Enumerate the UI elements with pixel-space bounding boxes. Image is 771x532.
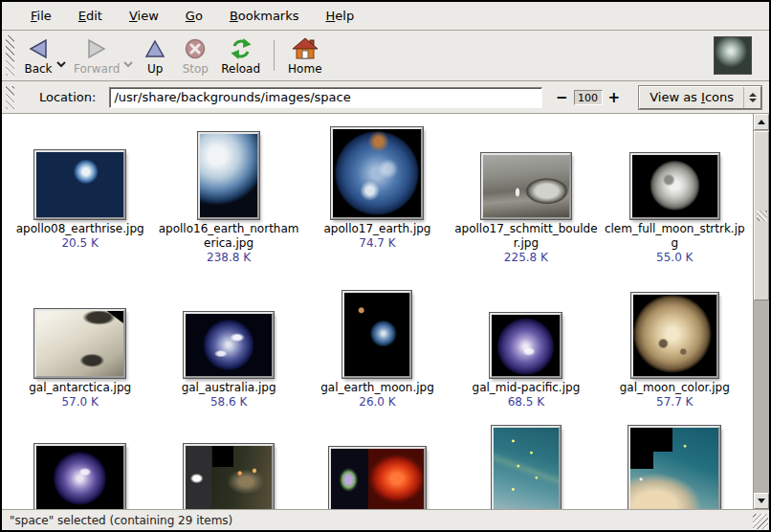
file-name: clem_full_moon_strtrk.jpg xyxy=(603,222,746,251)
file-item-apollo17-earth[interactable]: apollo17_earth.jpg 74.7 K xyxy=(303,122,452,265)
file-size: 57.7 K xyxy=(656,395,693,410)
scroll-down-button[interactable] xyxy=(754,493,769,509)
file-item[interactable] xyxy=(154,415,302,509)
file-thumbnail[interactable] xyxy=(630,153,719,219)
file-size: 58.6 K xyxy=(210,395,247,410)
menu-help[interactable]: Help xyxy=(315,5,366,27)
file-name: apollo16_earth_northamerica.jpg xyxy=(157,222,300,251)
scroll-down-icon xyxy=(758,499,765,503)
back-icon xyxy=(27,36,50,61)
file-item-gal-australia[interactable]: gal_australia.jpg 58.6 K xyxy=(154,280,302,410)
resize-grip[interactable] xyxy=(753,514,768,529)
file-thumbnail[interactable] xyxy=(492,426,561,509)
throbber-globe-icon xyxy=(714,36,752,75)
toolbar: Back Forward Up xyxy=(2,31,769,81)
file-thumbnail[interactable] xyxy=(184,444,274,509)
file-name: gal_earth_moon.jpg xyxy=(320,381,434,395)
zoom-controls: − 100 + xyxy=(554,89,622,106)
file-row: apollo08_earthrise.jpg 20.5 K apollo16_e… xyxy=(6,122,749,265)
file-thumbnail[interactable] xyxy=(34,309,125,378)
toolbar-drag-handle[interactable] xyxy=(6,35,14,76)
view-as-arrow-icon xyxy=(743,87,760,108)
toolbar-separator xyxy=(274,40,275,71)
menu-bar: File Edit View Go Bookmarks Help xyxy=(2,2,769,31)
status-bar: "space" selected (containing 29 items) xyxy=(2,510,769,530)
file-item-gal-antarctica[interactable]: gal_antarctica.jpg 57.0 K xyxy=(6,280,154,410)
menu-bookmarks[interactable]: Bookmarks xyxy=(218,5,311,27)
up-icon xyxy=(143,36,166,61)
vertical-scrollbar[interactable] xyxy=(753,114,769,509)
forward-icon xyxy=(85,36,108,61)
file-item[interactable] xyxy=(303,415,452,509)
file-item-gal-earth-moon[interactable]: gal_earth_moon.jpg 26.0 K xyxy=(303,280,452,410)
view-as-dropdown[interactable]: View as Icons xyxy=(639,86,761,109)
reload-button[interactable]: Reload xyxy=(215,34,266,78)
file-row: gal_antarctica.jpg 57.0 K gal_australia.… xyxy=(6,280,749,410)
zoom-level: 100 xyxy=(574,90,603,105)
file-name: apollo17_earth.jpg xyxy=(324,222,431,236)
file-size: 20.5 K xyxy=(61,236,98,251)
icon-view[interactable]: apollo08_earthrise.jpg 20.5 K apollo16_e… xyxy=(2,114,753,509)
file-size: 74.7 K xyxy=(359,236,395,251)
file-thumbnail[interactable] xyxy=(481,153,571,219)
file-thumbnail[interactable] xyxy=(34,150,125,219)
home-icon xyxy=(292,36,319,61)
file-item-clem-full-moon[interactable]: clem_full_moon_strtrk.jpg 55.0 K xyxy=(601,122,749,265)
scrollbar-thumb[interactable] xyxy=(754,131,769,300)
file-name: gal_australia.jpg xyxy=(182,381,276,395)
file-name: gal_moon_color.jpg xyxy=(620,381,730,395)
file-size: 225.8 K xyxy=(504,251,548,265)
forward-history-dropdown xyxy=(123,56,133,71)
file-thumbnail[interactable] xyxy=(490,313,562,378)
file-item[interactable] xyxy=(601,415,749,509)
stop-button: Stop xyxy=(175,34,215,78)
scroll-up-icon xyxy=(758,120,765,124)
file-size: 68.5 K xyxy=(508,395,544,410)
file-row xyxy=(6,415,749,509)
file-size: 57.0 K xyxy=(61,395,98,410)
file-thumbnail[interactable] xyxy=(329,447,426,509)
file-item-gal-moon-color[interactable]: gal_moon_color.jpg 57.7 K xyxy=(601,280,749,410)
home-button[interactable]: Home xyxy=(282,34,327,78)
scrollbar-grip-icon xyxy=(757,211,767,221)
scrollbar-trough[interactable] xyxy=(754,301,769,493)
file-size: 55.0 K xyxy=(656,251,693,265)
file-thumbnail[interactable] xyxy=(628,426,720,509)
up-button[interactable]: Up xyxy=(135,34,175,78)
location-input[interactable] xyxy=(109,87,542,108)
back-history-dropdown[interactable] xyxy=(56,56,66,71)
file-manager-window: File Edit View Go Bookmarks Help Back Fo… xyxy=(0,0,771,532)
menu-view[interactable]: View xyxy=(118,5,170,27)
forward-button: Forward xyxy=(68,34,125,78)
location-bar: Location: − 100 + View as Icons xyxy=(2,81,769,114)
menu-go[interactable]: Go xyxy=(174,5,214,27)
file-name: apollo08_earthrise.jpg xyxy=(16,222,144,236)
file-thumbnail[interactable] xyxy=(198,132,259,219)
zoom-in-button[interactable]: + xyxy=(606,89,623,106)
file-item-gal-mid-pacific[interactable]: gal_mid-pacific.jpg 68.5 K xyxy=(452,280,600,410)
file-item-apollo08-earthrise[interactable]: apollo08_earthrise.jpg 20.5 K xyxy=(6,122,154,265)
file-size: 26.0 K xyxy=(359,395,395,410)
file-thumbnail[interactable] xyxy=(184,312,274,378)
location-label: Location: xyxy=(39,90,96,104)
file-item[interactable] xyxy=(452,415,600,509)
scroll-up-button[interactable] xyxy=(754,114,769,130)
back-button[interactable]: Back xyxy=(18,34,58,78)
file-name: gal_mid-pacific.jpg xyxy=(473,381,581,395)
zoom-out-button[interactable]: − xyxy=(554,89,570,106)
file-thumbnail[interactable] xyxy=(342,291,411,378)
file-name: gal_antarctica.jpg xyxy=(29,381,131,395)
menu-edit[interactable]: Edit xyxy=(67,5,114,27)
menu-file[interactable]: File xyxy=(19,5,63,27)
reload-icon xyxy=(229,36,253,61)
file-item-apollo16-earth[interactable]: apollo16_earth_northamerica.jpg 238.8 K xyxy=(154,122,302,265)
file-item[interactable] xyxy=(6,415,154,509)
file-size: 238.8 K xyxy=(207,251,251,265)
file-thumbnail[interactable] xyxy=(34,444,125,509)
location-bar-drag-handle[interactable] xyxy=(6,86,14,109)
file-thumbnail[interactable] xyxy=(631,293,718,378)
file-name: apollo17_schmitt_boulder.jpg xyxy=(454,222,598,251)
stop-icon xyxy=(184,36,207,61)
file-item-apollo17-schmitt[interactable]: apollo17_schmitt_boulder.jpg 225.8 K xyxy=(452,122,600,265)
file-thumbnail[interactable] xyxy=(331,127,423,219)
